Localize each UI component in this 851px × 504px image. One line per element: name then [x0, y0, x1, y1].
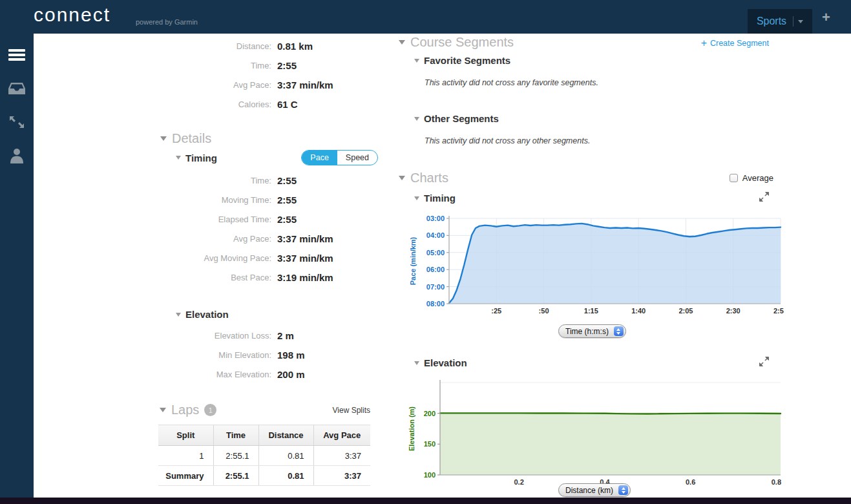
expand-chart-icon[interactable] [759, 357, 769, 369]
svg-text:03:00: 03:00 [426, 215, 445, 222]
svg-text:0.6: 0.6 [686, 478, 695, 486]
laps-title: Laps [171, 403, 199, 417]
average-checkbox[interactable] [730, 174, 738, 182]
timing-subsection-header: Timing Pace Speed [176, 150, 378, 165]
svg-text:08:00: 08:00 [426, 300, 445, 308]
svg-text:2:30: 2:30 [726, 307, 741, 315]
elevation-x-axis-unit-select[interactable]: Distance (km) [558, 483, 631, 497]
elevation-title: Elevation [185, 309, 229, 320]
add-activity-button[interactable]: + [822, 9, 830, 26]
stat-label: Avg Pace: [34, 80, 271, 90]
collapse-triangle-icon [399, 176, 405, 180]
svg-text:200: 200 [424, 410, 436, 417]
select-stepper-icon [618, 485, 628, 495]
svg-text:Pace (min/km): Pace (min/km) [409, 236, 417, 285]
svg-text:0.8: 0.8 [772, 478, 781, 486]
laps-heading[interactable]: Laps 1 [160, 403, 216, 417]
expand-chart-icon[interactable] [759, 192, 769, 204]
elevation-subsection-heading[interactable]: Elevation [176, 309, 229, 320]
stat-row: Best Pace: 3:19 min/km [34, 268, 386, 287]
stat-value: 3:19 min/km [277, 272, 333, 283]
course-segments-header: Course Segments + Create Segment [399, 35, 769, 50]
table-cell: 0.81 [258, 446, 313, 466]
stat-value: 0.81 km [277, 41, 313, 52]
stat-label: Time: [34, 176, 271, 185]
person-glyph [9, 147, 25, 164]
inbox-icon[interactable] [0, 79, 34, 98]
course-segments-heading[interactable]: Course Segments [399, 35, 514, 50]
connect-logo[interactable]: connect [34, 4, 110, 26]
timing-chart-heading[interactable]: Timing [414, 193, 456, 204]
segments-and-charts-column: Course Segments + Create Segment Favorit… [395, 34, 786, 498]
stat-row: Avg Pace: 3:37 min/km [34, 75, 386, 94]
timing-heading[interactable]: Timing [176, 152, 217, 163]
timing-stats: Time: 2:55 Moving Time: 2:55 Elapsed Tim… [34, 171, 386, 287]
average-checkbox-wrap[interactable]: Average [730, 173, 773, 183]
profile-icon[interactable] [0, 146, 34, 165]
sports-dropdown-button[interactable]: Sports [748, 9, 812, 34]
pace-area-chart[interactable]: 03:0004:0005:0006:0007:0008:00:25:501:15… [407, 214, 784, 322]
charts-heading[interactable]: Charts [399, 171, 448, 185]
stat-row: Elapsed Time: 2:55 [34, 209, 386, 229]
other-segments-title: Other Segments [424, 113, 499, 124]
svg-text:05:00: 05:00 [426, 249, 445, 257]
table-cell: 3:37 [313, 446, 370, 466]
transfer-arrows-icon[interactable] [0, 112, 34, 132]
collapse-triangle-icon [160, 136, 167, 141]
stat-row: Avg Moving Pace: 3:37 min/km [34, 248, 386, 268]
menu-icon[interactable] [0, 45, 34, 65]
collapse-triangle-icon [414, 59, 419, 63]
timing-chart-header: Timing [414, 192, 769, 204]
elevation-chart-heading[interactable]: Elevation [414, 357, 467, 368]
elevation-stats: Elevation Loss: 2 m Min Elevation: 198 m… [34, 326, 386, 384]
create-segment-link[interactable]: + Create Segment [701, 37, 769, 49]
elevation-area-chart[interactable]: 2001501000.20.40.60.8Elevation (m) [406, 377, 784, 488]
view-splits-link[interactable]: View Splits [333, 406, 370, 415]
svg-text:2:55: 2:55 [773, 307, 784, 315]
collapse-triangle-icon [160, 408, 166, 412]
stat-row: Max Elevation: 200 m [34, 364, 386, 384]
stat-label: Calories: [34, 100, 271, 109]
stat-value: 61 C [277, 99, 298, 110]
other-segments-heading[interactable]: Other Segments [414, 113, 499, 124]
stat-label: Elevation Loss: [34, 331, 271, 341]
stat-value: 2:55 [277, 175, 297, 186]
svg-text:100: 100 [424, 471, 436, 479]
collapse-triangle-icon [414, 196, 419, 200]
collapse-triangle-icon [176, 156, 181, 160]
table-cell: 2:55.1 [213, 466, 258, 486]
timing-title: Timing [185, 152, 217, 163]
stat-label: Avg Pace: [34, 234, 271, 244]
selected-option: Distance (km) [565, 486, 613, 495]
svg-text:07:00: 07:00 [426, 283, 445, 291]
collapse-triangle-icon [414, 361, 419, 365]
stat-row: Calories: 61 C [34, 94, 386, 114]
table-cell: Summary [158, 466, 213, 486]
stat-value: 3:37 min/km [277, 79, 333, 90]
timing-chart-title: Timing [424, 193, 456, 204]
stat-row: Avg Pace: 3:37 min/km [34, 229, 386, 248]
divider [793, 16, 793, 26]
charts-section-header: Charts Average [399, 171, 773, 185]
laps-table-header-row: Split Time Distance Avg Pace [158, 425, 370, 446]
favorite-segments-heading[interactable]: Favorite Segments [414, 55, 510, 66]
pace-toggle-option[interactable]: Pace [302, 151, 337, 165]
details-section-heading[interactable]: Details [160, 131, 211, 146]
stat-label: Distance: [34, 41, 271, 51]
timing-x-axis-unit-select[interactable]: Time (h:m:s) [558, 324, 626, 338]
footer-bar [0, 498, 851, 504]
laps-count-badge: 1 [204, 404, 216, 416]
chevron-down-icon [798, 20, 803, 23]
stat-label: Max Elevation: [34, 370, 271, 379]
svg-text::50: :50 [539, 307, 549, 315]
stat-value: 2:55 [277, 60, 297, 71]
stat-value: 200 m [277, 369, 305, 380]
average-label: Average [742, 173, 773, 183]
column-header: Time [213, 425, 258, 446]
speed-toggle-option[interactable]: Speed [337, 151, 377, 165]
sports-label: Sports [757, 16, 786, 27]
svg-text:1:15: 1:15 [584, 307, 598, 315]
pace-speed-toggle: Pace Speed [301, 150, 378, 165]
selected-option: Time (h:m:s) [565, 327, 609, 336]
stat-row: Time: 2:55 [34, 171, 386, 190]
